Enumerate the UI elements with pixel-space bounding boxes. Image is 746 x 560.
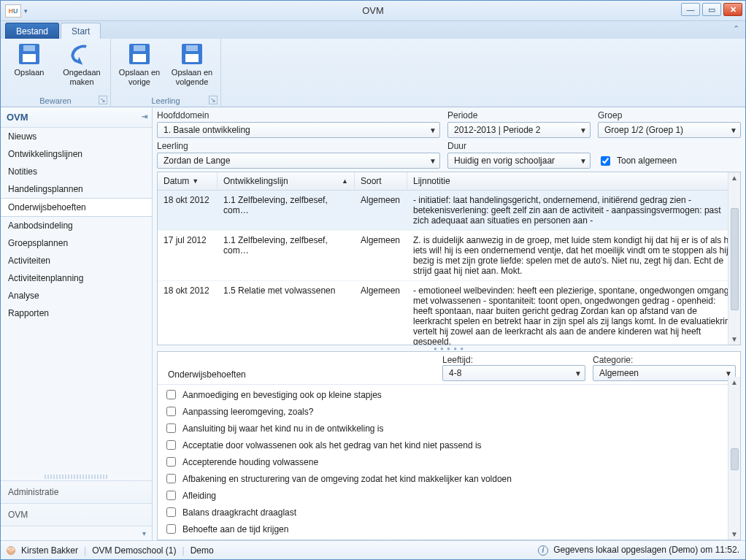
grid-body[interactable]: 18 okt 20121.1 Zelfbeleving, zelfbesef, … <box>158 191 740 345</box>
next-label: Opslaan en volgende <box>169 68 215 86</box>
need-checkbox[interactable] <box>166 440 176 450</box>
table-row[interactable]: 18 okt 20121.1 Zelfbeleving, zelfbesef, … <box>158 191 740 231</box>
scroll-thumb[interactable] <box>731 208 739 310</box>
leeftijd-combo[interactable]: 4-8 ▼ <box>442 365 585 381</box>
needs-scrollbar[interactable]: ▲ ▼ <box>728 377 740 540</box>
sidebar-splitter[interactable] <box>45 475 108 479</box>
ribbon-group-leerling: Opslaan en vorige Opslaan en volgende Le… <box>111 39 221 107</box>
groep-label: Groep <box>598 110 741 120</box>
groep-combo[interactable]: Groep 1/2 (Groep 1) ▼ <box>598 122 741 138</box>
need-item[interactable]: Behoefte aan de tijd krijgen <box>162 521 740 537</box>
need-checkbox[interactable] <box>166 457 176 467</box>
need-item[interactable]: Balans draagkracht draaglast <box>162 504 740 521</box>
sidebar-item[interactable]: Aanbodsindeling <box>1 217 152 234</box>
table-row[interactable]: 17 jul 20121.1 Zelfbeleving, zelfbesef, … <box>158 231 740 281</box>
sidebar-overflow-icon[interactable]: ▾ <box>1 526 152 540</box>
cell-lijnnotitie: - initiatief: laat handelingsgericht, on… <box>407 191 740 230</box>
work-area: OVM ⇥ NieuwsOntwikkelingslijnenNotitiesH… <box>1 107 745 540</box>
sidebar-item[interactable]: Groepsplannen <box>1 234 152 252</box>
need-checkbox[interactable] <box>166 491 176 500</box>
sidebar-item[interactable]: Activiteitenplanning <box>1 269 152 287</box>
need-item[interactable]: Acceptatie door volwassenen ook als het … <box>162 437 740 453</box>
grid-scrollbar[interactable]: ▲ ▼ <box>728 172 740 345</box>
cell-datum: 18 okt 2012 <box>158 191 218 230</box>
sidebar-section-administratie[interactable]: Administratie <box>1 480 152 503</box>
sidebar-item[interactable]: Rapporten <box>1 304 152 322</box>
leerling-combo[interactable]: Zordan de Lange ▼ <box>157 153 440 169</box>
sidebar-item[interactable]: Handelingsplannen <box>1 180 152 198</box>
periode-label: Periode <box>447 110 591 120</box>
need-item[interactable]: Aansluiting bij waar het kind nu in de o… <box>162 420 740 437</box>
sidebar-item[interactable]: Activiteiten <box>1 252 152 269</box>
periode-combo[interactable]: 2012-2013 | Periode 2 ▼ <box>447 122 591 138</box>
scroll-down-icon[interactable]: ▼ <box>731 334 738 345</box>
duur-combo[interactable]: Huidig en vorig schooljaar ▼ <box>447 153 591 169</box>
need-checkbox[interactable] <box>166 390 176 399</box>
opslaan-en-vorige-button[interactable]: Opslaan en vorige <box>117 42 162 86</box>
col-lijnnotitie[interactable]: Lijnnotitie <box>407 172 740 190</box>
ribbon-tab-strip: Bestand Start ⌃ <box>1 21 745 39</box>
ribbon-collapse-icon[interactable]: ⌃ <box>733 24 739 34</box>
horizontal-splitter[interactable]: ● ● ● ● ● <box>157 345 741 351</box>
ribbon-tab-start[interactable]: Start <box>61 23 101 39</box>
need-label: Afbakening en structurering van de omgev… <box>182 474 512 484</box>
maximize-button[interactable]: ▭ <box>702 3 721 16</box>
cell-lijnnotitie: - emotioneel welbevinden: heeft een plez… <box>407 281 740 345</box>
col-ontwikkelingslijn[interactable]: Ontwikkelingslijn▲ <box>218 172 355 190</box>
close-button[interactable]: ✕ <box>723 3 742 16</box>
group-caption-leerling: Leerling ↘ <box>117 95 215 105</box>
categorie-combo[interactable]: Algemeen ▼ <box>593 365 736 381</box>
scroll-up-icon[interactable]: ▲ <box>731 172 738 183</box>
col-soort[interactable]: Soort <box>355 172 407 190</box>
status-school: OVM Demoschool (1) <box>92 545 176 556</box>
hoofddomein-combo[interactable]: 1. Basale ontwikkeling ▼ <box>157 122 440 138</box>
chevron-down-icon: ▼ <box>574 369 582 377</box>
sidebar-section-ovm[interactable]: OVM <box>1 503 152 526</box>
sidebar-item[interactable]: Ontwikkelingslijnen <box>1 145 152 163</box>
content: Hoofddomein 1. Basale ontwikkeling ▼ Per… <box>153 107 745 540</box>
hoofddomein-label: Hoofddomein <box>157 110 440 120</box>
need-item[interactable]: Afleiding <box>162 487 740 504</box>
undo-icon <box>68 42 95 66</box>
group-dialog-launcher-icon[interactable]: ↘ <box>99 96 107 104</box>
group-caption-bewaren: Bewaren ↘ <box>7 95 104 105</box>
chevron-down-icon: ▼ <box>429 126 437 134</box>
ribbon-tab-bestand[interactable]: Bestand <box>5 23 59 39</box>
need-label: Afleiding <box>182 491 216 501</box>
sidebar-item[interactable]: Notities <box>1 163 152 180</box>
table-row[interactable]: 18 okt 20121.5 Relatie met volwassenenAl… <box>158 281 740 345</box>
scroll-down-icon[interactable]: ▼ <box>731 529 738 540</box>
col-datum[interactable]: Datum▼ <box>158 172 218 190</box>
need-label: Aanpassing leeromgeving, zoals? <box>182 407 313 417</box>
pin-icon[interactable]: ⇥ <box>142 112 147 120</box>
ongedaan-maken-button[interactable]: Ongedaan maken <box>59 42 104 86</box>
need-checkbox[interactable] <box>166 524 176 534</box>
title-bar: HU ▾ OVM — ▭ ✕ <box>1 1 745 21</box>
need-item[interactable]: Aanmoediging en bevestiging ook op klein… <box>162 386 740 403</box>
needs-list[interactable]: Aanmoediging en bevestiging ook op klein… <box>158 385 740 540</box>
opslaan-button[interactable]: Opslaan <box>7 42 52 86</box>
toon-algemeen-checkbox[interactable]: Toon algemeen <box>598 153 741 169</box>
need-item[interactable]: Afbakening en structurering van de omgev… <box>162 470 740 487</box>
need-checkbox[interactable] <box>166 474 176 483</box>
scroll-thumb[interactable] <box>731 448 739 470</box>
scroll-up-icon[interactable]: ▲ <box>731 377 738 388</box>
sidebar-header: OVM ⇥ <box>1 107 152 128</box>
cell-datum: 18 okt 2012 <box>158 281 218 345</box>
minimize-button[interactable]: — <box>681 3 700 16</box>
sidebar-item[interactable]: Nieuws <box>1 128 152 145</box>
window-title: OVM <box>1 5 745 16</box>
sort-asc-icon: ▲ <box>342 177 348 185</box>
opslaan-en-volgende-button[interactable]: Opslaan en volgende <box>169 42 215 86</box>
group-dialog-launcher-icon[interactable]: ↘ <box>209 96 218 104</box>
need-checkbox[interactable] <box>166 407 176 416</box>
status-bar: Kirsten Bakker | OVM Demoschool (1) | De… <box>1 540 745 559</box>
qat-dropdown-icon[interactable]: ▾ <box>24 7 28 15</box>
sidebar-item[interactable]: Onderwijsbehoeften <box>1 198 152 217</box>
need-checkbox[interactable] <box>166 423 176 433</box>
sidebar-item[interactable]: Analyse <box>1 287 152 304</box>
need-item[interactable]: Accepterende houding volwassene <box>162 453 740 470</box>
leerling-label: Leerling <box>157 141 440 151</box>
need-item[interactable]: Aanpassing leeromgeving, zoals? <box>162 403 740 420</box>
need-checkbox[interactable] <box>166 507 176 517</box>
